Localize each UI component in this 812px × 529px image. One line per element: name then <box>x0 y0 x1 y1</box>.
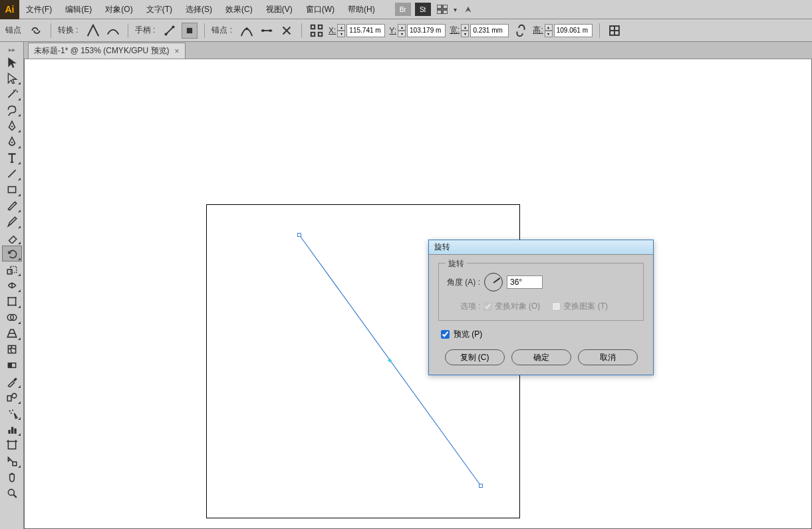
hand-tool[interactable] <box>2 469 22 485</box>
menu-object[interactable]: 对象(O) <box>98 0 139 19</box>
h-input[interactable] <box>554 24 593 37</box>
magic-wand-tool[interactable] <box>2 86 22 102</box>
shape-builder-tool[interactable] <box>2 309 22 325</box>
dialog-title-bar[interactable]: 旋转 <box>429 240 653 255</box>
curvature-tool[interactable] <box>2 134 22 150</box>
line-tool[interactable] <box>2 166 22 182</box>
perspective-tool[interactable] <box>2 325 22 341</box>
bridge-button[interactable]: Br <box>395 3 411 16</box>
w-input[interactable] <box>470 24 509 37</box>
tab-strip: 未标题-1* @ 153% (CMYK/GPU 预览) × <box>24 42 812 59</box>
column-graph-tool[interactable] <box>2 421 22 437</box>
artboard-tool[interactable] <box>2 437 22 453</box>
menu-edit[interactable]: 编辑(E) <box>59 0 98 19</box>
blend-tool[interactable] <box>2 389 22 405</box>
x-input[interactable] <box>346 24 385 37</box>
rocket-icon[interactable] <box>461 3 475 16</box>
svg-rect-26 <box>8 297 15 305</box>
angle-dial[interactable] <box>484 273 503 291</box>
rotate-dialog: 旋转 旋转 角度 (A) : 选项 : 变换对象 (O) 变换图案 (T) 预览… <box>428 240 654 375</box>
y-input[interactable] <box>407 24 446 37</box>
menu-view[interactable]: 视图(V) <box>259 0 299 19</box>
rectangle-tool[interactable] <box>2 182 22 198</box>
menu-select[interactable]: 选择(S) <box>179 0 219 19</box>
svg-point-27 <box>7 297 9 298</box>
scale-tool[interactable] <box>2 262 22 277</box>
svg-point-10 <box>269 29 271 31</box>
x-stepper[interactable]: ▴▾ <box>337 24 345 37</box>
angle-input[interactable] <box>507 275 543 289</box>
menu-window[interactable]: 窗口(W) <box>299 0 341 19</box>
svg-point-38 <box>9 411 10 412</box>
anchor-point-end[interactable] <box>479 484 483 488</box>
menu-file[interactable]: 文件(F) <box>19 0 59 19</box>
width-tool[interactable] <box>2 277 22 293</box>
zoom-tool[interactable] <box>2 485 22 501</box>
svg-point-30 <box>15 305 16 306</box>
convert-label: 转换 : <box>58 25 78 36</box>
lasso-tool[interactable] <box>2 102 22 118</box>
pencil-tool[interactable] <box>2 214 22 230</box>
menu-help[interactable]: 帮助(H) <box>341 0 382 19</box>
svg-point-20 <box>11 142 12 143</box>
mesh-tool[interactable] <box>2 341 22 357</box>
h-stepper[interactable]: ▴▾ <box>545 24 553 37</box>
stock-button[interactable]: St <box>415 3 431 16</box>
copy-button[interactable]: 复制 (C) <box>445 349 505 365</box>
handle-label: 手柄 : <box>135 25 156 36</box>
align-to-pixel-button[interactable] <box>309 23 325 39</box>
free-transform-tool[interactable] <box>2 293 22 309</box>
svg-line-21 <box>8 170 15 177</box>
w-stepper[interactable]: ▴▾ <box>461 24 469 37</box>
menu-type[interactable]: 文字(T) <box>140 0 179 19</box>
svg-rect-43 <box>14 429 16 434</box>
rotate-group-label: 旋转 <box>446 258 467 269</box>
slice-tool[interactable] <box>2 453 22 469</box>
menu-effect[interactable]: 效果(C) <box>219 0 259 19</box>
svg-rect-36 <box>7 396 11 401</box>
svg-rect-3 <box>443 10 448 14</box>
svg-point-8 <box>245 27 248 30</box>
svg-rect-23 <box>7 269 12 274</box>
arrange-documents-button[interactable] <box>435 3 450 16</box>
rotate-tool[interactable] <box>2 246 22 262</box>
chain-icon[interactable] <box>28 23 44 39</box>
rotate-center-icon[interactable]: ✦ <box>386 356 393 365</box>
cancel-button[interactable]: 取消 <box>578 349 638 365</box>
cut-path-button[interactable] <box>279 23 295 39</box>
connect-anchor-button[interactable] <box>259 23 275 39</box>
ok-button[interactable]: 确定 <box>511 349 571 365</box>
tab-close-button[interactable]: × <box>175 47 180 56</box>
link-wh-icon[interactable] <box>513 23 529 39</box>
eraser-tool[interactable] <box>2 230 22 246</box>
svg-rect-41 <box>8 430 10 434</box>
convert-corner-button[interactable] <box>85 23 101 39</box>
svg-rect-1 <box>443 5 448 9</box>
handle-hide-button[interactable] <box>182 23 198 39</box>
pen-tool[interactable] <box>2 118 22 134</box>
canvas-area[interactable]: ✦ <box>24 59 812 529</box>
preview-checkbox[interactable] <box>441 330 450 339</box>
type-tool[interactable] <box>2 150 22 166</box>
convert-smooth-button[interactable] <box>105 23 121 39</box>
toolbox-grip[interactable]: ▸▸ <box>0 45 23 54</box>
transform-patterns-label: 变换图案 (T) <box>563 301 608 312</box>
paintbrush-tool[interactable] <box>2 198 22 214</box>
handle-show-button[interactable] <box>162 23 178 39</box>
remove-anchor-button[interactable] <box>239 23 255 39</box>
isolate-button[interactable] <box>607 23 622 39</box>
y-stepper[interactable]: ▴▾ <box>398 24 406 37</box>
gradient-tool[interactable] <box>2 357 22 373</box>
svg-point-46 <box>8 489 14 495</box>
eyedropper-tool[interactable] <box>2 373 22 389</box>
y-field: Y: ▴▾ <box>389 24 446 37</box>
svg-rect-13 <box>311 32 315 36</box>
anchor-label: 锚点 <box>5 25 21 36</box>
selection-tool[interactable] <box>2 54 22 70</box>
app-icon: Ai <box>0 0 19 19</box>
anchor-point-start[interactable] <box>297 233 301 237</box>
symbol-sprayer-tool[interactable] <box>2 405 22 421</box>
direct-selection-tool[interactable] <box>2 70 22 86</box>
svg-rect-42 <box>11 427 13 434</box>
document-tab[interactable]: 未标题-1* @ 153% (CMYK/GPU 预览) × <box>28 43 186 59</box>
